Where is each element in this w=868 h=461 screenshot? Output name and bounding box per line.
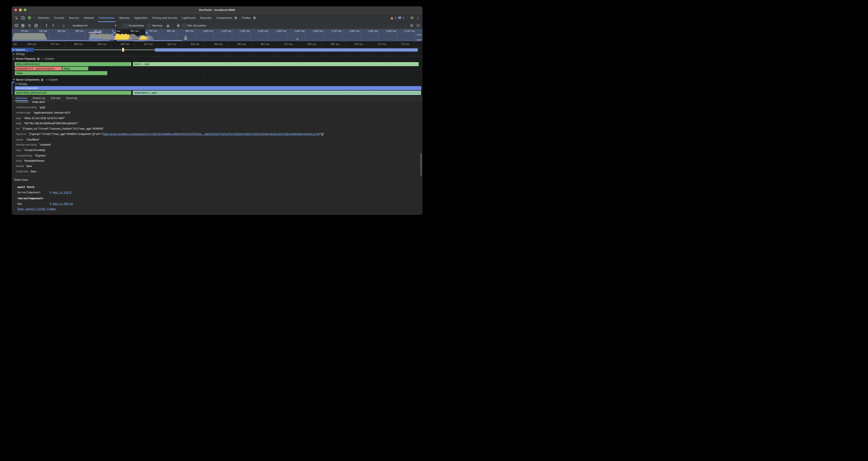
tab-profiler[interactable]: Profiler [240,14,258,22]
tab-recorder[interactable]: Recorder [198,14,214,22]
ruler-time-label: 577 ms [51,43,59,46]
header-row: transfer-encoding"chunked" [16,143,420,147]
header-row: bodyReadableStream [16,159,420,163]
capture-settings-gear-icon[interactable] [409,23,414,28]
selection-left-handle[interactable] [113,29,116,36]
track-primary-header[interactable]: Primary [14,82,423,86]
span-fetch-api[interactable]: fetch (…/api) [133,62,419,66]
caret-down-icon [15,83,17,85]
network-request-bar[interactable] [155,48,418,52]
ruler-time-label: 587 ms [74,43,83,46]
span-delay-deferred-text[interactable]: delay (deferred text) [14,62,131,66]
inspect-element-icon[interactable] [14,16,19,20]
checkbox[interactable] [124,24,127,27]
span-delay[interactable]: delay [62,66,88,71]
tab-application[interactable]: Application [132,14,150,22]
save-profile-icon[interactable]: ↧ [51,23,56,28]
settings-gear-icon[interactable] [409,16,414,20]
divider [69,24,69,28]
clear-button[interactable] [34,23,38,28]
tab-event-log[interactable]: Event log [63,95,80,101]
tab-bottom-up[interactable]: Bottom-up [30,95,48,101]
tab-sources[interactable]: Sources [67,14,82,22]
timeline-ruler[interactable]: ms 567 ms 577 ms 587 ms 597 ms 607 ms 61… [12,41,423,48]
overview-time-label: 197 ms [39,30,47,32]
overview-time-label: 1,497 ms [276,30,286,32]
track-network-header[interactable]: Network [12,48,34,52]
tab-console[interactable]: Console [52,14,67,22]
tab-call-tree[interactable]: Call tree [48,95,63,101]
issues-message-icon[interactable] [398,16,402,20]
overview-time-label: 997 ms [185,30,193,32]
ruler-time-label: 687 ms [308,43,316,46]
screenshots-checkbox[interactable]: Screenshots [124,24,144,27]
tab-components[interactable]: Components [214,14,240,22]
tab-summary[interactable]: Summary [13,95,30,101]
profile-history-select[interactable]: localhost #4 [72,23,118,28]
tab-performance[interactable]: Performance [96,14,117,22]
react-atom-icon [41,79,43,81]
tab-privacy-and-security[interactable]: Privacy and security [150,14,179,22]
span-await-fetch-selected[interactable]: await fetch (…/api) [133,91,421,95]
header-row: bodyUsedfalse [16,170,420,173]
home-icon[interactable]: ⌂ [61,23,66,28]
span-server-component[interactable]: ServerComponent [14,86,422,90]
load-profile-icon[interactable]: ↥ [44,23,49,28]
divider [58,24,59,28]
garbage-collect-icon[interactable] [165,23,170,28]
overview-time-label: 1,797 ms [331,30,341,32]
window-title: DevTools - localhost:3000/ [12,6,423,13]
ruler-time-label: 567 ms [28,43,36,46]
overview-time-label: 1,097 ms [203,30,213,32]
span-delay[interactable]: delay [15,71,107,75]
grip-icon[interactable] [26,50,27,50]
summary-pane[interactable]: connection"keep-alive" content-encoding"… [12,101,423,215]
report-url-link[interactable]: https://a.nel.cloudflare.com/report/v4?s… [103,133,319,136]
span-await-delay[interactable]: await delay (deferred text) [14,91,131,95]
tab-memory[interactable]: Memory [117,14,132,22]
span-delayed-error[interactable]: delayedError (…ayed exception) [15,66,62,71]
header-row: content-encoding"gzip" [16,106,420,109]
overview-time-label: 397 ms [75,30,84,32]
timeline-overview[interactable]: 97 ms 197 ms 297 ms 397 ms 497 ms 597 ms… [12,29,423,41]
performance-toolbar: ↥ ↧ ⌂ localhost #4 Screenshots Memory Di… [12,22,423,29]
device-toolbar-icon[interactable] [21,16,25,20]
ruler-time-label: 667 ms [261,43,269,46]
help-icon[interactable]: ? [416,24,420,27]
titlebar: DevTools - localhost:3000/ [12,6,423,14]
ruler-time-label: 717 ms [378,43,386,46]
checkbox[interactable] [183,24,186,27]
section-divider [12,176,423,176]
track-server-components-header[interactable]: Server Components — Custom [12,78,423,82]
selection-right-handle[interactable] [145,29,148,36]
memory-checkbox[interactable]: Memory [148,24,162,27]
track-timings-header[interactable]: Timings [12,52,423,56]
source-location-link[interactable]: App.js:128:9 [53,191,71,194]
tab-lighthouse[interactable]: Lighthouse [180,14,198,22]
reload-and-record-button[interactable] [27,23,32,28]
tab-network[interactable]: Network [82,14,97,22]
cpu-axis-label: CPU [416,34,422,36]
track-server-requests-header[interactable]: Server Requests — Custom [12,57,423,61]
scrollbar-thumb[interactable] [420,153,422,176]
nodejs-icon[interactable] [27,16,32,20]
track-accent-line [12,82,12,95]
header-row-report-to: report-to"{\"group\":\"cf-nel\",\"max_ag… [16,132,420,136]
ruler-time-label: 657 ms [238,43,246,46]
tab-elements[interactable]: Elements [35,14,52,22]
kebab-menu-icon[interactable]: ⋮ [415,16,420,20]
warning-icon[interactable] [390,16,394,20]
dim-3rd-parties-checkbox[interactable]: Dim 3rd parties [183,24,206,27]
stack-frame: ServerComponent@App.js:128:9 [17,191,71,194]
toggle-sidebar-icon[interactable] [14,23,19,28]
ruler-time-label: 727 ms [401,43,409,46]
record-button[interactable] [21,23,25,28]
checkbox[interactable] [148,24,151,27]
collapse-sanddwich-icon[interactable] [176,23,181,28]
screenshot-marker[interactable] [122,48,124,52]
source-location-link[interactable]: App.js:190:16 [53,202,73,205]
show-ignore-listed-frames-link[interactable]: Show ignore-listed frames [17,207,56,210]
ruler-time-label: 597 ms [98,43,106,46]
flame-chart-tracks[interactable]: Network Timings Server Requests — Custom… [12,48,423,95]
ruler-time-label: 617 ms [144,43,153,46]
